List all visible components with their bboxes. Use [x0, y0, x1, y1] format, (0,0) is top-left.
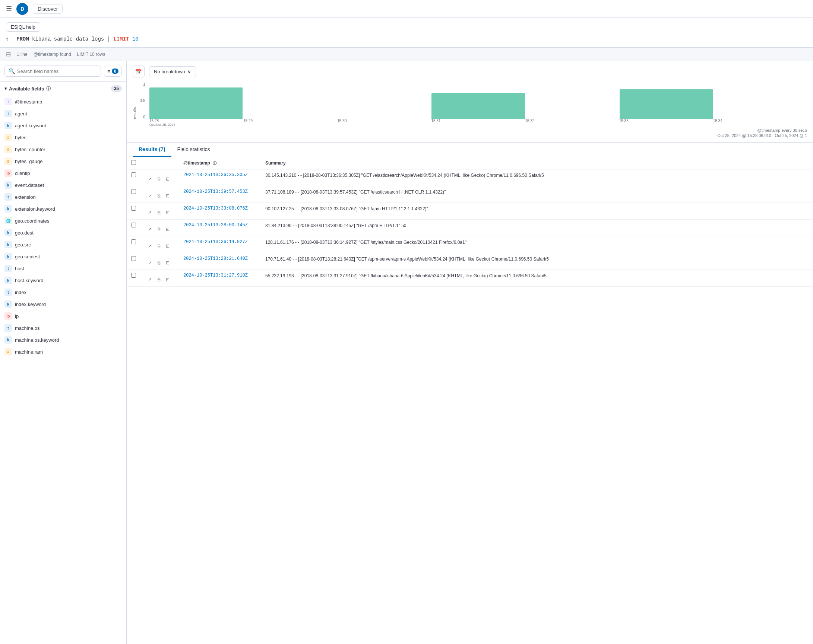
breakdown-button[interactable]: No breakdown ∨ [149, 66, 196, 77]
row-checkbox[interactable] [131, 172, 136, 177]
more-actions-icon[interactable]: ⊡ [164, 175, 172, 183]
more-actions-icon[interactable]: ⊡ [164, 259, 172, 266]
calendar-button[interactable]: 📅 [133, 66, 144, 77]
copy-row-icon[interactable]: ⎘ [155, 226, 163, 233]
field-item[interactable]: kagent.keyword [0, 119, 126, 132]
field-item[interactable]: kevent.dataset [0, 179, 126, 191]
field-type-badge: k [5, 181, 12, 189]
summary-cell: 170.71.61.40 - - [2018-08-03T13:28:21.64… [261, 253, 813, 270]
search-box[interactable]: 🔍 [5, 66, 101, 76]
field-item[interactable]: tmachine.os [0, 322, 126, 334]
row-checkbox[interactable] [131, 256, 136, 261]
field-name-label: bytes_gauge [15, 159, 122, 164]
copy-row-icon[interactable]: ⎘ [155, 192, 163, 199]
chart-bar[interactable] [431, 93, 525, 119]
field-type-badge: # [5, 145, 12, 153]
field-item[interactable]: #bytes [0, 132, 126, 143]
chart-bars [149, 82, 807, 119]
app-name-button[interactable]: Discover [33, 4, 63, 14]
field-item[interactable]: kextension.keyword [0, 203, 126, 215]
copy-row-icon[interactable]: ⎘ [155, 242, 163, 250]
copy-row-icon[interactable]: ⎘ [155, 209, 163, 216]
chart-area: 📅 No breakdown ∨ 1 0.5 0 results [127, 61, 813, 142]
field-item[interactable]: thost [0, 262, 126, 274]
field-item[interactable]: #bytes_gauge [0, 155, 126, 167]
field-type-badge: # [5, 158, 12, 165]
row-checkbox[interactable] [131, 273, 136, 278]
x-axis-label: 15:28October 25, 2024 [149, 119, 243, 127]
more-actions-icon[interactable]: ⊡ [164, 242, 172, 250]
copy-row-icon[interactable]: ⎘ [155, 276, 163, 283]
copy-row-icon[interactable]: ⎘ [155, 175, 163, 183]
select-all-checkbox[interactable] [131, 160, 136, 165]
field-type-badge: # [5, 134, 12, 141]
summary-cell: 55.232.19.193 - - [2018-08-03T13:31:27.9… [261, 270, 813, 287]
calendar-icon: 📅 [136, 69, 142, 75]
esql-help-button[interactable]: ES|QL help [6, 22, 40, 32]
hamburger-menu-icon[interactable]: ☰ [6, 5, 12, 13]
field-item[interactable]: ipip [0, 310, 126, 322]
row-checkbox[interactable] [131, 189, 136, 194]
query-text[interactable]: FROM kibana_sample_data_logs | LIMIT 10 [16, 36, 139, 42]
field-name-label: machine.os [15, 325, 122, 331]
col-header-timestamp[interactable]: @timestamp ⓘ [179, 157, 261, 169]
field-item[interactable]: kgeo.srcdest [0, 251, 126, 262]
field-item[interactable]: #bytes_counter [0, 143, 126, 155]
chart-bar[interactable] [620, 89, 713, 119]
field-item[interactable]: textension [0, 191, 126, 203]
field-item[interactable]: kmachine.os.keyword [0, 334, 126, 346]
row-checkbox[interactable] [131, 206, 136, 211]
chart-bar[interactable] [149, 87, 242, 119]
available-fields-header[interactable]: ▾ Available fields ⓘ 35 [0, 81, 126, 96]
row-checkbox-cell [127, 186, 141, 203]
search-field-names-input[interactable] [17, 69, 97, 74]
field-item[interactable]: kgeo.src [0, 239, 126, 251]
more-actions-icon[interactable]: ⊡ [164, 192, 172, 199]
col-header-actions [141, 157, 179, 169]
expand-row-icon[interactable]: ↗ [146, 226, 153, 233]
field-item[interactable]: kindex.keyword [0, 298, 126, 310]
expand-row-icon[interactable]: ↗ [146, 276, 153, 283]
expand-row-icon[interactable]: ↗ [146, 175, 153, 183]
field-item[interactable]: tindex [0, 286, 126, 298]
expand-row-icon[interactable]: ↗ [146, 209, 153, 216]
query-section: ES|QL help 1 FROM kibana_sample_data_log… [0, 18, 813, 47]
expand-row-icon[interactable]: ↗ [146, 192, 153, 199]
more-actions-icon[interactable]: ⊡ [164, 209, 172, 216]
field-item[interactable]: 🌐geo.coordinates [0, 215, 126, 227]
row-actions-cell: ↗ ⎘ ⊡ [141, 236, 179, 253]
expand-row-icon[interactable]: ↗ [146, 242, 153, 250]
timestamp-info-icon[interactable]: ⓘ [213, 161, 216, 165]
row-checkbox[interactable] [131, 239, 136, 244]
field-item[interactable]: ipclientip [0, 167, 126, 179]
field-list: t@timestamptagentkagent.keyword#bytes#by… [0, 96, 126, 644]
copy-row-icon[interactable]: ⎘ [155, 259, 163, 266]
tab-field-statistics[interactable]: Field statistics [172, 142, 216, 157]
field-item[interactable]: kgeo.dest [0, 227, 126, 239]
line-count-status: 1 line [17, 52, 28, 57]
timestamp-cell: 2024-10-25T13:36:35.305Z [179, 169, 261, 186]
query-editor[interactable]: 1 FROM kibana_sample_data_logs | LIMIT 1… [6, 36, 807, 43]
field-item[interactable]: t@timestamp [0, 96, 126, 107]
field-type-badge: k [5, 277, 12, 284]
table-row: ↗ ⎘ ⊡ 2024-10-25T13:36:35.305Z30.145.143… [127, 169, 813, 186]
filter-button[interactable]: ≡ 0 [104, 66, 122, 76]
row-checkbox[interactable] [131, 223, 136, 228]
x-axis-label: 15:31 [431, 119, 525, 127]
status-columns-icon[interactable]: ⊟ [6, 50, 11, 58]
field-name-label: agent [15, 111, 122, 116]
field-item[interactable]: #machine.ram [0, 346, 126, 358]
expand-row-icon[interactable]: ↗ [146, 259, 153, 266]
field-item[interactable]: khost.keyword [0, 274, 126, 286]
table-row: ↗ ⎘ ⊡ 2024-10-25T13:36:14.927Z128.11.61.… [127, 236, 813, 253]
field-name-label: geo.dest [15, 230, 122, 236]
more-actions-icon[interactable]: ⊡ [164, 226, 172, 233]
results-tabs: Results (7) Field statistics [127, 142, 813, 157]
field-type-badge: t [5, 110, 12, 117]
field-type-badge: k [5, 122, 12, 129]
tab-results[interactable]: Results (7) [133, 142, 172, 157]
field-item[interactable]: tagent [0, 107, 126, 119]
info-icon[interactable]: ⓘ [46, 86, 51, 92]
more-actions-icon[interactable]: ⊡ [164, 276, 172, 283]
x-axis-label: 15:33 [619, 119, 713, 127]
